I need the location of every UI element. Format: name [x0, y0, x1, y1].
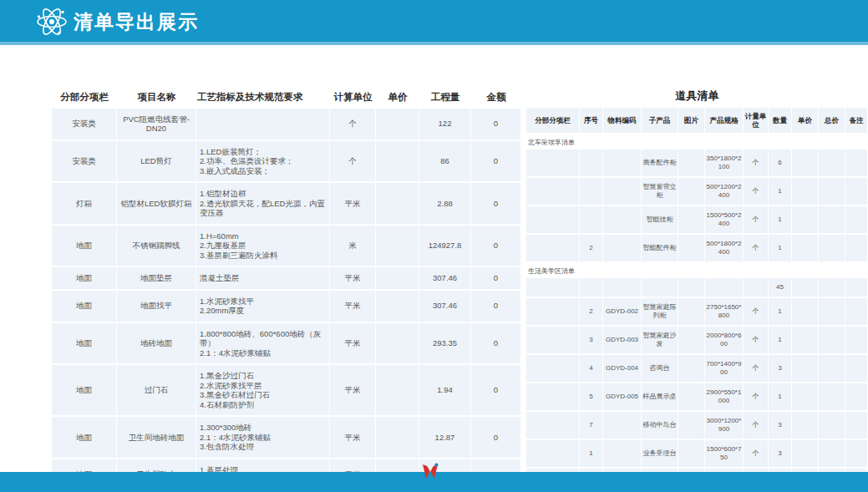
cell-section — [526, 383, 580, 410]
cell-item-name: 地面垫层 — [117, 267, 196, 289]
cell-quantity: 3 — [769, 440, 792, 467]
cell-quantity: 307.46 — [419, 291, 471, 322]
cell-seq: 2 — [580, 235, 603, 261]
top-title-bar: 清单导出展示 — [0, 0, 868, 45]
cell-unit-price — [376, 291, 419, 322]
cell-quantity: 293.35 — [419, 323, 471, 364]
props-table-title: 道具清单 — [526, 88, 868, 108]
cell-amount: 0 — [471, 183, 521, 224]
right-column-header: 图片 — [678, 108, 705, 133]
cell-quantity: 1 — [769, 206, 792, 233]
left-column-header: 工艺指标及技术规范要求 — [196, 88, 330, 109]
cell-item-name: 过门石 — [117, 365, 196, 415]
table-row: 地面地面找平1.水泥砂浆找平 2.20mm厚度平米307.460 — [52, 291, 521, 323]
cell-unit-price — [376, 323, 419, 364]
cell-section — [526, 355, 580, 382]
boq-table: 分部分项栏项目名称工艺指标及技术规范要求计算单位单价工程量金额 安装类PVC阻燃… — [52, 88, 521, 492]
cell-amount: 0 — [471, 141, 521, 182]
cell-quantity: 2.88 — [419, 183, 471, 224]
props-table-header-row: 分部分项栏序号物料编码子产品图片产品规格计量单位数量单价总价备注 — [526, 108, 868, 134]
cell-sub-product: 业务受理台 — [642, 440, 678, 467]
right-column-header: 序号 — [580, 108, 603, 133]
cell-seq: 2 — [580, 298, 603, 325]
cell-unit-price — [792, 206, 819, 233]
cell-section — [526, 206, 580, 233]
table-row: 商务配件柜350*1800*2100个6 — [526, 150, 868, 178]
cell-unit-price — [792, 412, 819, 439]
cell-note — [845, 178, 868, 205]
cell-note — [845, 278, 868, 297]
cell-product-spec: 2900*550*1000 — [705, 383, 744, 410]
cell-item-name: 不锈钢踢脚线 — [117, 226, 196, 266]
cell-unit-price — [376, 417, 419, 458]
cell-image — [678, 440, 705, 467]
cell-total-price — [819, 383, 845, 410]
right-column-header: 子产品 — [642, 108, 678, 133]
right-column-header: 备注 — [845, 108, 868, 133]
table-row: 7移动中岛台3000*1200*900个3 — [526, 412, 868, 440]
cell-material-code — [603, 206, 642, 233]
left-column-header: 分部分项栏 — [52, 88, 117, 109]
cell-note — [845, 383, 868, 410]
cell-calc-unit: 平米 — [330, 183, 376, 224]
cell-calc-unit: 平米 — [330, 365, 376, 415]
cell-product-spec: 700*1400*900 — [705, 355, 744, 382]
cell-sub-product: 商务配件柜 — [642, 150, 678, 176]
cell-unit-price — [792, 298, 819, 325]
cell-unit-price — [792, 235, 819, 261]
cell-unit: 个 — [744, 298, 769, 325]
table-row: 地面地砖地面1.800*800地砖、600*600地砖（灰带） 2.1：4水泥砂… — [52, 323, 521, 366]
cell-total-price — [819, 150, 845, 176]
cell-spec-requirements — [196, 109, 330, 139]
cell-amount: 0 — [471, 226, 521, 266]
cell-quantity: 3 — [769, 355, 792, 382]
cell-total-price — [819, 235, 845, 261]
table-row: 45 — [526, 278, 868, 298]
cell-note — [845, 355, 868, 382]
table-row: 2智能配件柜500*1800*2400个1 — [526, 235, 868, 263]
cell-total-price — [819, 412, 845, 439]
left-column-header: 金额 — [471, 88, 521, 109]
boq-table-body: 安装类PVC阻燃电线套管-DN20个1220安装类LED筒灯1.LED嵌装筒灯；… — [52, 109, 521, 492]
cell-item-name: PVC阻燃电线套管-DN20 — [117, 109, 196, 139]
cell-seq: 3 — [580, 327, 603, 353]
cell-category: 地面 — [52, 417, 117, 458]
cell-calc-unit: 平米 — [330, 323, 376, 364]
cell-sub-product: 咨询台 — [642, 355, 678, 382]
cell-category: 地面 — [52, 323, 117, 364]
table-row: 地面地面垫层混凝土垫层平米307.460 — [52, 267, 521, 291]
cell-category: 安装类 — [52, 109, 117, 139]
cell-quantity: 307.46 — [419, 267, 471, 289]
cell-unit: 个 — [744, 383, 769, 410]
right-column-header: 数量 — [769, 108, 792, 133]
table-row: 安装类LED筒灯1.LED嵌装筒灯； 2.功率、色温类设计要求； 3.嵌入式成品… — [52, 141, 521, 184]
table-row: 智慧窗帘立柜500*1200*2400个1 — [526, 178, 868, 206]
right-column-header: 分部分项栏 — [526, 108, 580, 133]
cell-unit-price — [792, 355, 819, 382]
cell-sub-product: 智能挂柜 — [642, 206, 678, 233]
cell-section — [526, 412, 580, 439]
cell-category: 灯箱 — [52, 183, 117, 224]
cell-calc-unit: 个 — [330, 141, 376, 182]
right-column-header: 计量单位 — [744, 108, 769, 133]
cell-note — [845, 440, 868, 467]
cell-section — [526, 150, 580, 176]
cell-quantity: 122 — [419, 109, 471, 139]
cell-material-code: GDYD-004 — [603, 355, 642, 382]
cell-unit-price — [792, 178, 819, 205]
cell-item-name: 卫生间地砖地面 — [117, 417, 196, 458]
cell-quantity: 3 — [769, 412, 792, 439]
cell-sub-product: 智能配件柜 — [642, 235, 678, 261]
cell-unit: 个 — [744, 235, 769, 261]
cell-product-spec: 500*1200*2400 — [705, 178, 744, 205]
left-column-header: 工程量 — [419, 88, 471, 109]
cell-product-spec — [705, 278, 744, 297]
cell-sub-product — [642, 278, 678, 297]
cell-spec-requirements: 1.300*300地砖 2.1：4水泥砂浆铺贴 3.包含防水处理 — [196, 417, 330, 458]
group-label: 生活美学区清单 — [526, 263, 868, 278]
cell-total-price — [819, 278, 845, 297]
cell-amount: 0 — [471, 417, 521, 458]
cell-quantity: 1 — [769, 327, 792, 353]
cell-image — [678, 327, 705, 353]
cell-material-code — [603, 412, 642, 439]
